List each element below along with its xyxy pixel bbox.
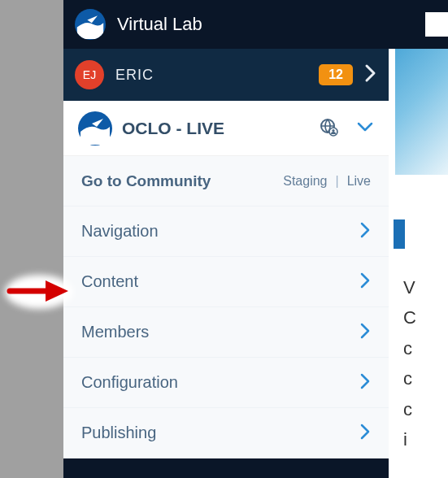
- svg-point-4: [332, 128, 334, 131]
- user-name: ERIC: [115, 67, 307, 84]
- staging-link[interactable]: Staging: [283, 174, 327, 189]
- product-header: Virtual Lab: [63, 0, 389, 49]
- sidebar-item-configuration[interactable]: Configuration: [63, 358, 389, 408]
- sidebar-item-label: Configuration: [81, 373, 359, 392]
- site-logo-icon: [78, 111, 112, 146]
- avatar: EJ: [75, 60, 104, 89]
- sidebar-item-publishing[interactable]: Publishing: [63, 408, 389, 458]
- sidebar-item-navigation[interactable]: Navigation: [63, 206, 389, 257]
- sidebar-footer: [63, 458, 389, 478]
- chevron-right-icon: [359, 423, 371, 444]
- sidebar-item-label: Navigation: [81, 222, 359, 241]
- user-bar[interactable]: EJ ERIC 12: [63, 49, 389, 101]
- chevron-right-icon: [359, 272, 371, 293]
- body-text-fragment: V C c c c i: [403, 272, 416, 454]
- admin-sidebar: Virtual Lab EJ ERIC 12 OCLO - LIVE: [63, 0, 389, 478]
- sidebar-item-members[interactable]: Members: [63, 307, 389, 358]
- globe-user-icon[interactable]: [319, 117, 338, 140]
- noaa-logo-icon: [75, 9, 106, 40]
- live-link[interactable]: Live: [347, 174, 371, 189]
- chevron-right-icon: [359, 221, 371, 242]
- sidebar-item-label: Members: [81, 323, 359, 341]
- chevron-right-icon: [359, 322, 371, 343]
- product-title: Virtual Lab: [117, 14, 202, 35]
- chevron-down-icon[interactable]: [356, 120, 374, 137]
- header-right-fragment: [389, 0, 448, 49]
- chevron-right-icon: [359, 372, 371, 393]
- annotation-arrow-icon: [5, 273, 72, 309]
- separator: |: [335, 174, 338, 189]
- accent-bar: [394, 219, 405, 249]
- site-selector[interactable]: OCLO - LIVE: [63, 101, 389, 156]
- chevron-right-icon[interactable]: [364, 63, 377, 86]
- hero-banner-fragment: [389, 49, 448, 175]
- go-to-community-row: Go to Community Staging | Live: [63, 156, 389, 206]
- sidebar-item-label: Publishing: [81, 424, 359, 442]
- sidebar-item-label: Content: [81, 272, 359, 291]
- go-to-community-label: Go to Community: [81, 172, 283, 190]
- notification-badge[interactable]: 12: [319, 64, 353, 85]
- sidebar-item-content[interactable]: Content: [63, 257, 389, 307]
- site-name: OCLO - LIVE: [122, 119, 309, 138]
